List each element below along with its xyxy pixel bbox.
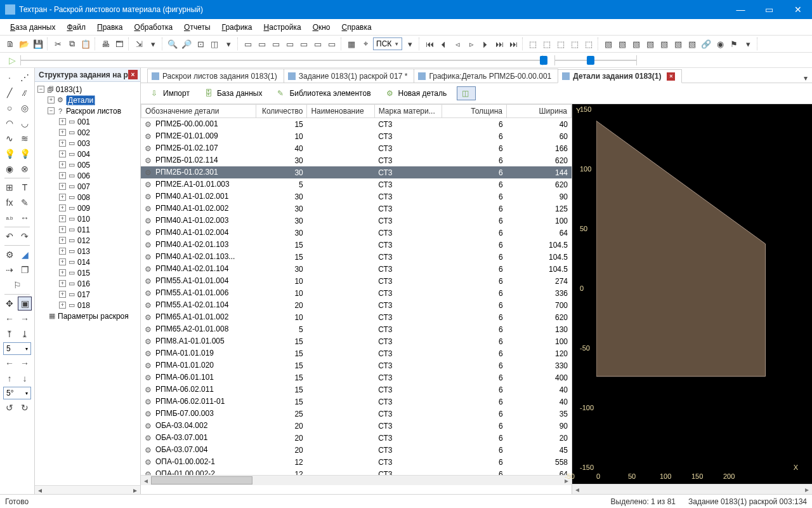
tool-icon[interactable]: ⬚	[540, 37, 553, 50]
tool-icon[interactable]: ⬚	[568, 37, 581, 50]
table-row[interactable]: ⚙ОБА-03.07.00120СТ3620	[141, 432, 572, 444]
tool-icon[interactable]: ▧	[644, 37, 657, 50]
flag-icon[interactable]: ⚑	[728, 37, 740, 50]
flag2-icon[interactable]: ⚐	[10, 278, 24, 292]
minimize-button[interactable]: —	[726, 0, 755, 19]
ellipse-icon[interactable]: ◎	[18, 101, 32, 115]
first-icon[interactable]: ⏮	[423, 37, 436, 50]
drop-down-icon[interactable]: ⤓	[18, 327, 32, 341]
tree-sheet-003[interactable]: +▭003	[36, 138, 139, 149]
play-button[interactable]: ▷	[4, 54, 20, 66]
col-name[interactable]: Наименование	[307, 105, 374, 118]
eye-icon[interactable]: ◉	[714, 37, 726, 50]
table-row[interactable]: ⚙РПМ55.А1-02.01.10420СТ36700	[141, 299, 572, 311]
select-icon[interactable]: ·	[3, 70, 16, 84]
pick-icon[interactable]: ⋰	[18, 70, 32, 84]
tool-icon[interactable]: ▧	[686, 37, 698, 50]
view3d-icon[interactable]: ▭	[298, 37, 310, 50]
zoom-window-icon[interactable]: ◫	[208, 37, 221, 50]
menu-Графика[interactable]: Графика	[217, 22, 258, 33]
tree-sheet-018[interactable]: +▭018	[36, 300, 139, 311]
export-icon[interactable]: ⇲	[133, 37, 145, 50]
undo-arc-icon[interactable]: ↶	[3, 229, 16, 243]
view3d-icon[interactable]: ▭	[284, 37, 296, 50]
arrow-right-icon[interactable]: →	[18, 312, 32, 326]
col-material[interactable]: Марка матери...	[374, 105, 442, 118]
table-row[interactable]: ⚙РПМА-06.01.10115СТ36400	[141, 371, 572, 384]
preview-toggle[interactable]: ◫	[457, 86, 476, 100]
tab[interactable]: Детали задания 0183(1)×	[558, 69, 682, 83]
tree-sheet-009[interactable]: +▭009	[36, 203, 139, 213]
table-row[interactable]: ⚙РПМ2Е-01.01.00910СТ3660	[141, 130, 572, 142]
menu-Настройка[interactable]: Настройка	[259, 22, 306, 33]
chevron-down-icon[interactable]: ▾	[742, 37, 754, 50]
close-button[interactable]: ✕	[783, 0, 812, 19]
tab[interactable]: Задание 0183(1) раскрой 017 *	[284, 69, 415, 83]
panel-close-icon[interactable]: ×	[128, 70, 138, 79]
tree-sheet-014[interactable]: +▭014	[36, 257, 139, 267]
tree-sheet-007[interactable]: +▭007	[36, 181, 139, 192]
col-thickness[interactable]: Толщина	[442, 105, 506, 118]
table-row[interactable]: ⚙РПМ2Б-01.02.11430СТ36620	[141, 154, 572, 166]
tool-icon[interactable]: ⬚	[554, 37, 567, 50]
arrow-left2-icon[interactable]: ←	[3, 356, 16, 370]
paste-icon[interactable]: 📋	[79, 37, 92, 50]
view3d-icon[interactable]: ▭	[242, 37, 254, 50]
drop-up-icon[interactable]: ⤒	[3, 327, 16, 341]
table-row[interactable]: ⚙РПМ2Б-01.02.30130СТ36144	[141, 166, 572, 178]
rotate-cw-icon[interactable]: ↻	[18, 401, 32, 415]
table-row[interactable]: ⚙РПМ2Б-01.02.10740СТ36166	[141, 142, 572, 154]
erase-icon[interactable]: ◢	[18, 248, 32, 262]
table-hscroll[interactable]: ◂▸	[141, 475, 572, 485]
menu-Окно[interactable]: Окно	[308, 22, 336, 33]
zoom-fit-icon[interactable]: ⊡	[194, 37, 207, 50]
database-button[interactable]: 🗄База данных	[200, 86, 267, 100]
arrow-up-icon[interactable]: ↑	[3, 371, 16, 385]
table-row[interactable]: ⚙РПМ8.А1-01.01.00515СТ36100	[141, 335, 572, 347]
copy-icon[interactable]: ⧉	[65, 37, 78, 50]
grid-icon[interactable]: ▦	[345, 37, 358, 50]
table-row[interactable]: ⚙РПМ40.А1-01.02.00230СТ36125	[141, 203, 572, 215]
zoom-in-icon[interactable]: 🔍	[166, 37, 179, 50]
arrow-right2-icon[interactable]: →	[18, 356, 32, 370]
step-combo[interactable]: 5▾	[3, 342, 31, 355]
menu-Справка[interactable]: Справка	[337, 22, 377, 33]
tab[interactable]: Графика:Деталь РПМ2Б-00.00.001	[414, 69, 558, 83]
link-icon[interactable]: 🔗	[700, 37, 712, 50]
arrow-down-icon[interactable]: ↓	[18, 371, 32, 385]
playback-slider-1[interactable]	[20, 55, 543, 65]
chevron-down-icon[interactable]: ▾	[222, 37, 235, 50]
gear2-icon[interactable]: ⚙	[3, 248, 16, 262]
menu-Отчеты[interactable]: Отчеты	[179, 22, 216, 33]
arc-icon[interactable]: ◠	[3, 116, 16, 130]
tree-hscroll[interactable]: ◂▸	[35, 485, 140, 494]
label-icon[interactable]: a.b	[3, 211, 16, 225]
tree-sheet-002[interactable]: +▭002	[36, 127, 139, 138]
link2-icon[interactable]: ⇢	[3, 263, 16, 277]
next-icon[interactable]: ⏵	[479, 37, 492, 50]
view3d-icon[interactable]: ▭	[325, 37, 338, 50]
angle-combo[interactable]: 5°▾	[3, 387, 31, 399]
playback-slider-2[interactable]	[554, 55, 637, 65]
tool-icon[interactable]: ▧	[616, 37, 629, 50]
print-icon[interactable]: 🖶	[99, 37, 112, 50]
table-row[interactable]: ⚙ОПА-01.00.002-212СТ3664	[141, 468, 572, 475]
view3d-icon[interactable]: ▭	[270, 37, 282, 50]
col-qty[interactable]: Количество	[256, 105, 307, 118]
prev-step-icon[interactable]: ◃	[451, 37, 464, 50]
multiline-icon[interactable]: ⫽	[18, 86, 32, 100]
line-icon[interactable]: ╱	[3, 86, 16, 100]
table-row[interactable]: ⚙ОБА-03.04.00220СТ3690	[141, 420, 572, 432]
tree-sheet-015[interactable]: +▭015	[36, 267, 139, 278]
last2-icon[interactable]: ⏭	[507, 37, 520, 50]
tabs-menu-icon[interactable]: ▾	[799, 74, 812, 83]
chevron-down-icon[interactable]: ▾	[147, 37, 159, 50]
table-row[interactable]: ⚙РПМА-06.02.01115СТ3640	[141, 384, 572, 396]
text-icon[interactable]: T	[18, 180, 32, 194]
table-row[interactable]: ⚙РПМ40.А1-02.01.10315СТ36104.5	[141, 239, 572, 251]
tree-sheet-012[interactable]: +▭012	[36, 235, 139, 246]
col-designation[interactable]: Обозначение детали	[141, 105, 256, 118]
move-icon[interactable]: ✥	[3, 297, 16, 311]
tool-icon[interactable]: ⬚	[582, 37, 595, 50]
new-file-icon[interactable]: 🗎	[4, 37, 16, 50]
